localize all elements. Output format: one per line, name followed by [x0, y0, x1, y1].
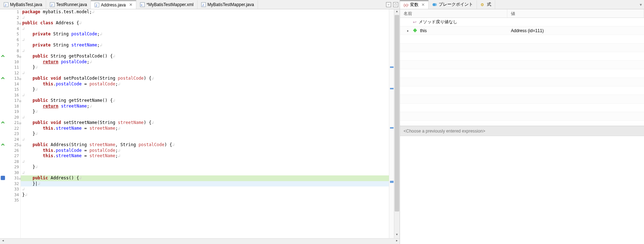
editor-tab[interactable]: JMyBatisTest.java [0, 0, 46, 9]
code-line[interactable]: ↲ [21, 137, 389, 143]
overview-marker[interactable] [390, 127, 394, 129]
code-line[interactable]: public String getStreetName() {↲ [21, 98, 389, 104]
view-menu-button[interactable]: ▾ [638, 2, 644, 7]
gutter-line[interactable]: 34 [0, 192, 20, 198]
gutter-line[interactable]: 16 [0, 93, 20, 98]
expression-chooser[interactable]: <Choose a previously entered expression> [400, 126, 644, 136]
gutter-line[interactable]: 11 [0, 65, 20, 70]
gutter-line[interactable]: 8 [0, 48, 20, 54]
gutter-line[interactable]: 21⊟ [0, 120, 20, 126]
code-line[interactable]: ↲ [21, 48, 389, 54]
overview-marker[interactable] [390, 181, 394, 183]
gutter-line[interactable]: 15 [0, 87, 20, 93]
code-line[interactable]: }↲ [21, 109, 389, 115]
gutter-line[interactable]: 7 [0, 43, 20, 48]
code-line[interactable]: public String getPostalCode() {↲ [21, 54, 389, 59]
code-line[interactable]: ↲ [21, 37, 389, 43]
column-header-value[interactable]: 値 [507, 9, 644, 18]
gutter-line[interactable]: 3⊟ [0, 20, 20, 26]
code-line[interactable]: package mybatis.test.model;↲ [21, 9, 389, 15]
editor-tab[interactable]: JTestRunner.java [46, 0, 91, 9]
gutter-line[interactable]: 14 [0, 81, 20, 87]
gutter-line[interactable]: 2 [0, 15, 20, 21]
scroll-up-arrow[interactable]: ▴ [394, 9, 400, 15]
code-line[interactable]: }↲ [21, 164, 389, 170]
code-line[interactable]: }↲ [21, 65, 389, 70]
gutter-line[interactable]: 13⊟ [0, 76, 20, 81]
scrollbar-thumb[interactable] [395, 15, 399, 211]
gutter-line[interactable]: 25⊟ [0, 142, 20, 148]
code-line[interactable]: ↲ [21, 186, 389, 192]
code-line[interactable]: }↲ [21, 87, 389, 93]
gutter-line[interactable]: 12 [0, 70, 20, 76]
variables-tree[interactable]: ↩メソッド戻り値なし▸thisAddress (id=111) [400, 18, 644, 126]
override-marker-icon[interactable] [1, 54, 5, 58]
gutter-line[interactable]: 29 [0, 164, 20, 170]
code-line[interactable]: this.postalCode = postalCode;↲ [21, 81, 389, 87]
gutter-line[interactable]: 17⊟ [0, 98, 20, 104]
scroll-down-arrow[interactable]: ▾ [394, 233, 400, 238]
code-line[interactable]: private String postalCode;↲ [21, 31, 389, 37]
scroll-right-arrow[interactable]: ▸ [394, 239, 400, 244]
gutter-line[interactable]: 32 [0, 181, 20, 187]
vertical-scrollbar[interactable]: ▴ ▾ [394, 9, 400, 238]
code-body[interactable]: package mybatis.test.model;↲↲public clas… [21, 9, 389, 238]
line-number-gutter[interactable]: 123⊟456789⊟10111213⊟14151617⊟18192021⊟22… [0, 9, 21, 238]
code-line[interactable]: this.postalCode = postalCode;↲ [21, 148, 389, 154]
gutter-line[interactable]: 24 [0, 137, 20, 143]
code-line[interactable]: ↲ [21, 70, 389, 76]
code-line[interactable]: ↲ [21, 159, 389, 165]
expression-details[interactable] [400, 136, 644, 244]
gutter-line[interactable]: 20 [0, 115, 20, 120]
overview-marker[interactable] [390, 66, 394, 68]
overview-marker[interactable] [390, 88, 394, 89]
override-marker-icon[interactable] [1, 143, 5, 147]
gutter-line[interactable]: 23 [0, 131, 20, 137]
code-line[interactable]: public Address(String streetName, String… [21, 142, 389, 148]
gutter-line[interactable]: 33 [0, 186, 20, 192]
gutter-line[interactable]: 1 [0, 9, 20, 15]
variable-row[interactable]: ↩メソッド戻り値なし [400, 18, 644, 26]
variable-row[interactable]: ▸thisAddress (id=111) [400, 26, 644, 35]
gutter-line[interactable]: 35 [0, 198, 20, 203]
editor-tab[interactable]: JAddress.java✕ [91, 0, 136, 9]
gutter-line[interactable]: 5 [0, 31, 20, 37]
code-line[interactable] [21, 198, 389, 203]
close-icon[interactable]: ✕ [129, 3, 132, 7]
code-line[interactable]: ↲ [21, 26, 389, 32]
column-header-name[interactable]: 名前 [400, 9, 507, 18]
debug-view-tab[interactable]: (x)=変数 ✕ [400, 0, 429, 9]
gutter-line[interactable]: 18 [0, 104, 20, 109]
gutter-line[interactable]: 19 [0, 109, 20, 115]
gutter-line[interactable]: 6 [0, 37, 20, 43]
code-line[interactable]: this.streetName = streetName;↲ [21, 153, 389, 159]
override-marker-icon[interactable] [1, 76, 5, 80]
gutter-line[interactable]: 22 [0, 126, 20, 131]
editor-tab[interactable]: JMyBatisTestMapper.java [197, 0, 258, 9]
override-marker-icon[interactable] [1, 120, 5, 125]
gutter-line[interactable]: 31⊟ [0, 175, 20, 181]
code-editor[interactable]: 123⊟456789⊟10111213⊟14151617⊟18192021⊟22… [0, 9, 400, 238]
code-line[interactable]: ↲ [21, 15, 389, 21]
gutter-line[interactable]: 30 [0, 170, 20, 176]
code-line[interactable]: public void setPostalCode(String postalC… [21, 76, 389, 81]
close-icon[interactable]: ✕ [421, 3, 425, 7]
code-line[interactable]: }|↲ [21, 181, 389, 187]
overview-ruler[interactable] [389, 9, 394, 238]
code-line[interactable]: public Address() {↲ [21, 175, 389, 181]
gutter-line[interactable]: 28 [0, 159, 20, 165]
expand-toggle-icon[interactable]: ▸ [407, 29, 411, 33]
code-line[interactable]: ↲ [21, 93, 389, 98]
debug-view-tab[interactable]: ブレークポイント [429, 0, 477, 9]
code-line[interactable]: public void setStreetName(String streetN… [21, 120, 389, 126]
scroll-left-arrow[interactable]: ◂ [0, 239, 6, 244]
code-line[interactable]: }↲ [21, 131, 389, 137]
horizontal-scrollbar[interactable]: ◂ ▸ [0, 238, 400, 244]
code-line[interactable]: ↲ [21, 170, 389, 176]
code-line[interactable]: ↲ [21, 115, 389, 120]
debug-view-tab[interactable]: ⚙式 [477, 0, 495, 9]
code-line[interactable]: private String streetName;↲ [21, 43, 389, 48]
debug-current-line-icon[interactable] [1, 176, 5, 180]
minimize-button[interactable]: – [386, 2, 391, 7]
gutter-line[interactable]: 9⊟ [0, 54, 20, 59]
